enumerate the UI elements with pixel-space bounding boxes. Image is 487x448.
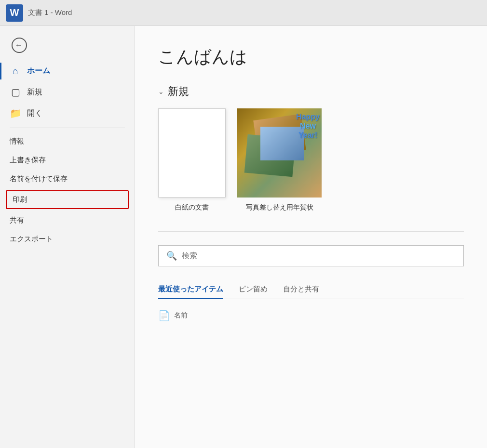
chevron-down-icon: ⌄ xyxy=(158,88,164,95)
title-bar-text: 文書 1 - Word xyxy=(28,8,72,17)
back-circle-icon: ← xyxy=(12,38,27,53)
tab-recent-label: 最近使ったアイテム xyxy=(158,285,223,293)
sidebar-item-save-as[interactable]: 名前を付けて保存 xyxy=(0,170,135,188)
sidebar-item-print[interactable]: 印刷 xyxy=(6,190,129,209)
tab-pinned[interactable]: ピン留め xyxy=(239,280,268,299)
sidebar-item-new[interactable]: ▢ 新規 xyxy=(0,81,135,103)
home-icon: ⌂ xyxy=(10,66,21,77)
sidebar-item-export[interactable]: エクスポート xyxy=(0,230,135,249)
blank-doc-template[interactable]: 白紙の文書 xyxy=(158,108,226,212)
tab-recent[interactable]: 最近使ったアイテム xyxy=(158,280,223,299)
back-arrow-icon: ← xyxy=(15,41,23,50)
folder-icon: 📁 xyxy=(10,107,21,119)
sidebar-print-label: 印刷 xyxy=(13,195,27,203)
sidebar: ← ⌂ ホーム ▢ 新規 📁 開く 情報 上書き保存 名前を付けて保存 xyxy=(0,26,135,448)
title-bar: W 文書 1 - Word xyxy=(0,0,487,26)
search-bar[interactable]: 🔍 xyxy=(158,245,464,266)
section-divider xyxy=(158,231,464,232)
new-year-label: 写真差し替え用年賀状 xyxy=(246,203,313,212)
table-header: 📄 名前 xyxy=(158,307,464,324)
tab-shared[interactable]: 自分と共有 xyxy=(283,280,319,299)
search-input[interactable] xyxy=(182,251,456,260)
new-year-inner: HappyNewYear! xyxy=(237,108,322,198)
new-year-template[interactable]: HappyNewYear! 写真差し替え用年賀状 xyxy=(237,108,322,212)
blank-doc-label: 白紙の文書 xyxy=(175,203,209,212)
sidebar-divider xyxy=(10,128,125,128)
sidebar-home-label: ホーム xyxy=(27,66,50,76)
sidebar-item-info[interactable]: 情報 xyxy=(0,132,135,151)
sidebar-save-as-label: 名前を付けて保存 xyxy=(10,174,68,183)
sidebar-share-label: 共有 xyxy=(10,216,24,224)
new-section-title: 新規 xyxy=(168,84,189,99)
content-area: こんばんは ⌄ 新規 白紙の文書 xyxy=(135,26,487,448)
sidebar-export-label: エクスポート xyxy=(10,235,53,243)
new-year-overlay-text: HappyNewYear! xyxy=(296,112,320,140)
word-logo-icon: W xyxy=(6,4,23,22)
main-layout: ← ⌂ ホーム ▢ 新規 📁 開く 情報 上書き保存 名前を付けて保存 xyxy=(0,26,487,448)
new-section-header: ⌄ 新規 xyxy=(158,84,464,99)
templates-row: 白紙の文書 HappyNewYear! xyxy=(158,108,464,212)
table-col-name: 名前 xyxy=(174,311,188,320)
new-doc-icon: ▢ xyxy=(10,86,21,98)
tab-shared-label: 自分と共有 xyxy=(283,285,319,293)
sidebar-item-save[interactable]: 上書き保存 xyxy=(0,151,135,170)
search-icon: 🔍 xyxy=(166,250,177,261)
sidebar-item-share[interactable]: 共有 xyxy=(0,211,135,230)
greeting-text: こんばんは xyxy=(158,45,464,69)
sidebar-item-open[interactable]: 📁 開く xyxy=(0,103,135,124)
sidebar-item-home[interactable]: ⌂ ホーム xyxy=(0,61,135,81)
blank-doc-thumbnail xyxy=(158,108,226,198)
tabs-row: 最近使ったアイテム ピン留め 自分と共有 xyxy=(158,280,464,299)
sidebar-open-label: 開く xyxy=(27,108,42,119)
file-type-icon: 📄 xyxy=(158,310,170,321)
back-button[interactable]: ← xyxy=(8,34,31,57)
tab-pinned-label: ピン留め xyxy=(239,285,268,293)
sidebar-info-label: 情報 xyxy=(10,137,24,145)
sidebar-new-label: 新規 xyxy=(27,87,42,97)
new-year-thumbnail: HappyNewYear! xyxy=(237,108,322,198)
sidebar-save-label: 上書き保存 xyxy=(10,156,46,164)
